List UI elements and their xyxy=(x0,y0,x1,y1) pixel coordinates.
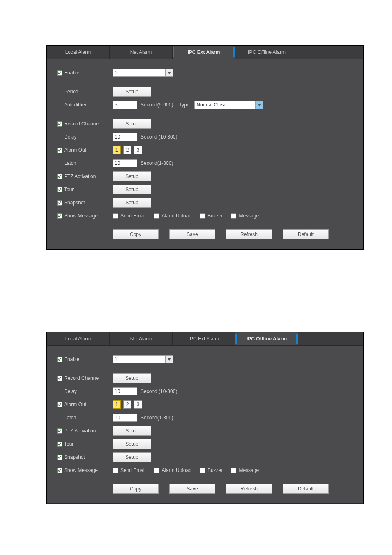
tab-label: Local Alarm xyxy=(65,49,91,55)
ptz-activation-label: PTZ Activation xyxy=(64,428,96,434)
record-channel-checkbox[interactable] xyxy=(57,121,62,127)
buzzer-label: Buzzer xyxy=(208,213,223,219)
tab-ipc-offline-alarm[interactable]: IPC Offline Alarm xyxy=(235,332,298,345)
dropdown-icon xyxy=(165,356,173,363)
tab-local-alarm[interactable]: Local Alarm xyxy=(47,332,110,345)
enable-label: Enable xyxy=(64,70,79,76)
snapshot-checkbox[interactable] xyxy=(57,200,62,206)
alarm-out-chip-1[interactable]: 1 xyxy=(113,400,121,409)
record-channel-checkbox[interactable] xyxy=(57,376,62,381)
send-email-checkbox[interactable] xyxy=(113,468,118,473)
alarm-out-chip-2[interactable]: 2 xyxy=(123,146,131,154)
latch-unit: Second(1-300) xyxy=(141,415,173,421)
tour-setup-button[interactable]: Setup xyxy=(113,185,151,194)
alarm-upload-checkbox[interactable] xyxy=(154,213,159,219)
channel-select[interactable]: 1 xyxy=(113,69,173,77)
tour-setup-button[interactable]: Setup xyxy=(113,439,151,449)
message-checkbox[interactable] xyxy=(231,468,236,473)
alarm-settings-panel: Local AlarmNet AlarmIPC Ext AlarmIPC Off… xyxy=(46,332,364,504)
message-label: Message xyxy=(239,467,259,473)
snapshot-checkbox[interactable] xyxy=(57,455,62,460)
snapshot-label: Snapshot xyxy=(64,454,85,460)
ptz-activation-label: PTZ Activation xyxy=(64,173,96,179)
message-checkbox[interactable] xyxy=(231,213,236,219)
tab-bar: Local AlarmNet AlarmIPC Ext AlarmIPC Off… xyxy=(47,332,363,346)
tab-net-alarm[interactable]: Net Alarm xyxy=(110,46,173,59)
tab-label: IPC Offline Alarm xyxy=(247,336,287,342)
dropdown-icon xyxy=(255,101,263,109)
dropdown-icon xyxy=(165,69,173,76)
show-message-label: Show Message xyxy=(64,213,98,219)
tab-bar: Local AlarmNet AlarmIPC Ext AlarmIPC Off… xyxy=(47,46,363,59)
delay-label: Delay xyxy=(64,388,77,394)
alarm-out-chip-1[interactable]: 1 xyxy=(113,146,121,154)
channel-select[interactable]: 1 xyxy=(113,355,173,363)
alarm-upload-label: Alarm Upload xyxy=(161,467,191,473)
type-select[interactable]: Normal Close xyxy=(194,101,263,109)
tab-net-alarm[interactable]: Net Alarm xyxy=(110,332,173,345)
tab-label: Net Alarm xyxy=(130,49,152,55)
alarm-settings-panel: Local AlarmNet AlarmIPC Ext AlarmIPC Off… xyxy=(46,45,364,250)
refresh-button[interactable]: Refresh xyxy=(226,229,272,239)
tab-label: Local Alarm xyxy=(65,336,91,342)
delay-input[interactable] xyxy=(113,387,137,395)
type-label: Type xyxy=(179,102,189,108)
tab-label: IPC Offline Alarm xyxy=(248,49,286,55)
tour-checkbox[interactable] xyxy=(57,442,62,447)
default-button[interactable]: Default xyxy=(283,484,329,494)
buzzer-checkbox[interactable] xyxy=(200,213,205,219)
alarm-out-chip-3[interactable]: 3 xyxy=(134,146,142,154)
delay-unit: Second (10-300) xyxy=(141,134,177,140)
period-setup-button[interactable]: Setup xyxy=(113,87,151,97)
tab-ipc-offline-alarm[interactable]: IPC Offline Alarm xyxy=(235,46,298,59)
buzzer-label: Buzzer xyxy=(208,467,223,473)
show-message-checkbox[interactable] xyxy=(57,468,62,473)
enable-checkbox[interactable] xyxy=(57,70,62,76)
enable-checkbox[interactable] xyxy=(57,357,62,362)
record-channel-setup-button[interactable]: Setup xyxy=(113,119,151,129)
alarm-out-chip-3[interactable]: 3 xyxy=(134,400,142,409)
tab-ipc-ext-alarm[interactable]: IPC Ext Alarm xyxy=(173,46,235,59)
delay-unit: Second (10-300) xyxy=(141,388,177,394)
copy-button[interactable]: Copy xyxy=(113,229,159,239)
save-button[interactable]: Save xyxy=(169,484,215,494)
buzzer-checkbox[interactable] xyxy=(200,468,205,473)
ptz-activation-checkbox[interactable] xyxy=(57,428,62,434)
snapshot-setup-button[interactable]: Setup xyxy=(113,452,151,462)
refresh-button[interactable]: Refresh xyxy=(226,484,272,494)
latch-input[interactable] xyxy=(113,159,137,167)
save-button[interactable]: Save xyxy=(169,229,215,239)
latch-unit: Second(1-300) xyxy=(141,160,173,166)
latch-label: Latch xyxy=(64,160,76,166)
delay-input[interactable] xyxy=(113,133,137,141)
show-message-label: Show Message xyxy=(64,467,98,473)
alarm-out-label: Alarm Out xyxy=(64,147,86,153)
default-button[interactable]: Default xyxy=(283,229,329,239)
show-message-checkbox[interactable] xyxy=(57,213,62,219)
tab-ipc-ext-alarm[interactable]: IPC Ext Alarm xyxy=(173,332,235,345)
alarm-upload-checkbox[interactable] xyxy=(154,468,159,473)
type-select-value: Normal Close xyxy=(195,102,255,108)
alarm-out-chip-2[interactable]: 2 xyxy=(123,400,131,409)
latch-label: Latch xyxy=(64,415,76,421)
tab-local-alarm[interactable]: Local Alarm xyxy=(47,46,110,59)
latch-input[interactable] xyxy=(113,414,137,422)
copy-button[interactable]: Copy xyxy=(113,484,159,494)
tour-checkbox[interactable] xyxy=(57,187,62,192)
send-email-checkbox[interactable] xyxy=(113,213,118,219)
tab-label: IPC Ext Alarm xyxy=(189,336,219,342)
alarm-out-checkbox[interactable] xyxy=(57,148,62,153)
alarm-out-checkbox[interactable] xyxy=(57,402,62,407)
ptz-activation-checkbox[interactable] xyxy=(57,174,62,179)
anti-dither-input[interactable] xyxy=(113,101,137,109)
send-email-label: Send Email xyxy=(120,467,145,473)
record-channel-label: Record Channel xyxy=(64,375,100,381)
record-channel-setup-button[interactable]: Setup xyxy=(113,373,151,383)
ptz-setup-button[interactable]: Setup xyxy=(113,426,151,436)
period-label: Period xyxy=(64,89,78,95)
channel-select-value: 1 xyxy=(113,356,165,362)
alarm-out-label: Alarm Out xyxy=(64,402,86,407)
tour-label: Tour xyxy=(64,187,74,192)
snapshot-setup-button[interactable]: Setup xyxy=(113,198,151,208)
ptz-setup-button[interactable]: Setup xyxy=(113,171,151,181)
